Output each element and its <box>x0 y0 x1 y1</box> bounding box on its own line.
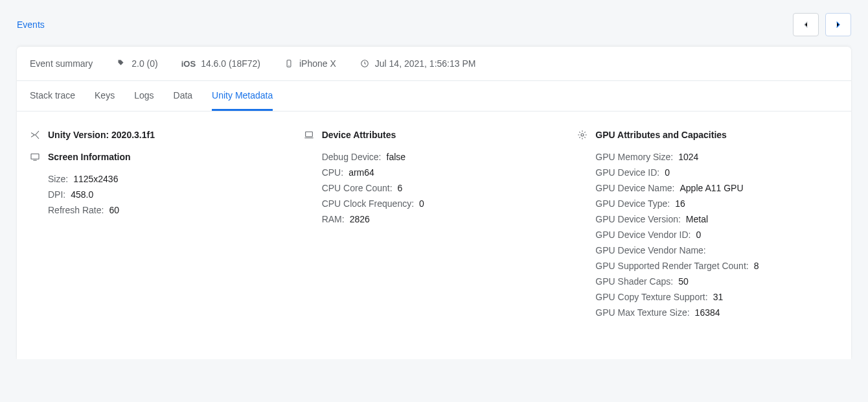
gpu-shader-value: 50 <box>678 274 689 289</box>
clock-icon <box>360 59 370 68</box>
screen-info-heading: Screen Information <box>30 152 291 162</box>
app-version-value: 2.0 (0) <box>131 58 157 69</box>
event-card: Event summary 2.0 (0) iOS 14.6.0 (18F72)… <box>17 47 851 359</box>
gpu-devname-value: Apple A11 GPU <box>680 180 744 196</box>
col-screen: Unity Version: 2020.3.1f1 Screen Informa… <box>30 130 291 320</box>
gpu-copytex-value: 31 <box>713 289 724 305</box>
gpu-rtc-value: 8 <box>754 258 759 274</box>
dpi-value: 458.0 <box>71 187 93 202</box>
cpu-value: arm64 <box>348 165 374 180</box>
event-summary-row: Event summary 2.0 (0) iOS 14.6.0 (18F72)… <box>17 47 851 81</box>
pager-nav <box>793 13 851 36</box>
gpu-devtype-key: GPU Device Type: <box>595 196 670 211</box>
unity-icon <box>30 130 40 140</box>
gpu-devid-key: GPU Device ID: <box>595 165 659 180</box>
chevron-right-icon <box>833 19 843 30</box>
gpu-maxtex-key: GPU Max Texture Size: <box>595 305 689 320</box>
gpu-maxtex-value: 16384 <box>695 305 720 320</box>
unity-version-heading: Unity Version: 2020.3.1f1 <box>30 130 291 140</box>
screen-info-label: Screen Information <box>48 152 131 162</box>
gpu-rtc-key: GPU Supported Render Target Count: <box>595 258 748 274</box>
gpu-mem-key: GPU Memory Size: <box>595 149 673 165</box>
gpu-vendname-key: GPU Device Vendor Name: <box>595 242 705 258</box>
ram-value: 2826 <box>350 211 370 227</box>
gpu-devver-key: GPU Device Version: <box>595 211 681 227</box>
device-chip: iPhone X <box>284 58 336 69</box>
mobile-icon <box>284 59 294 68</box>
clock-key: CPU Clock Frequency: <box>322 196 414 211</box>
timestamp-chip: Jul 14, 2021, 1:56:13 PM <box>360 58 476 69</box>
clock-value: 0 <box>419 196 424 211</box>
cpu-key: CPU: <box>322 165 343 180</box>
tab-logs[interactable]: Logs <box>134 81 154 111</box>
tab-data[interactable]: Data <box>174 81 193 111</box>
gpu-vendid-value: 0 <box>696 227 701 242</box>
laptop-icon <box>304 130 314 140</box>
event-summary-label: Event summary <box>30 58 93 69</box>
col-gpu: GPU Attributes and Capacities GPU Memory… <box>577 130 838 320</box>
gpu-attrs-heading: GPU Attributes and Capacities <box>577 130 838 140</box>
col-device: Device Attributes Debug Device:false CPU… <box>304 130 565 320</box>
debug-key: Debug Device: <box>322 149 382 165</box>
chip-icon <box>577 130 588 140</box>
os-chip: iOS 14.6.0 (18F72) <box>181 58 260 69</box>
gpu-attrs-label: GPU Attributes and Capacities <box>595 130 727 140</box>
page-title[interactable]: Events <box>17 19 45 30</box>
device-model-value: iPhone X <box>299 58 336 69</box>
device-attrs-label: Device Attributes <box>322 130 396 140</box>
prev-event-button[interactable] <box>793 13 819 36</box>
svg-rect-3 <box>31 154 39 159</box>
gpu-copytex-key: GPU Copy Texture Support: <box>595 289 707 305</box>
tag-icon <box>116 58 126 69</box>
event-tabs: Stack trace Keys Logs Data Unity Metadat… <box>17 81 851 112</box>
tab-stack-trace[interactable]: Stack trace <box>30 81 75 111</box>
ram-key: RAM: <box>322 211 345 227</box>
cores-key: CPU Core Count: <box>322 180 393 196</box>
gpu-devtype-value: 16 <box>675 196 685 211</box>
svg-rect-5 <box>305 132 312 136</box>
gpu-devver-value: Metal <box>686 211 708 227</box>
device-attrs-heading: Device Attributes <box>304 130 565 140</box>
refresh-key: Refresh Rate: <box>48 202 104 218</box>
timestamp-value: Jul 14, 2021, 1:56:13 PM <box>375 58 476 69</box>
debug-value: false <box>387 149 406 165</box>
gpu-devid-value: 0 <box>665 165 670 180</box>
unity-metadata-content: Unity Version: 2020.3.1f1 Screen Informa… <box>17 112 851 359</box>
tab-unity-metadata[interactable]: Unity Metadata <box>212 81 273 111</box>
unity-version-label: Unity Version: 2020.3.1f1 <box>48 130 155 140</box>
chevron-left-icon <box>801 19 811 30</box>
gpu-shader-key: GPU Shader Caps: <box>595 274 673 289</box>
tab-keys[interactable]: Keys <box>95 81 115 111</box>
size-value: 1125x2436 <box>73 171 118 187</box>
os-version-value: 14.6.0 (18F72) <box>201 58 260 69</box>
size-key: Size: <box>48 171 68 187</box>
app-version-chip: 2.0 (0) <box>116 58 157 69</box>
dpi-key: DPI: <box>48 187 65 202</box>
gpu-devname-key: GPU Device Name: <box>595 180 674 196</box>
gpu-vendid-key: GPU Device Vendor ID: <box>595 227 691 242</box>
ios-icon: iOS <box>181 59 196 69</box>
gpu-mem-value: 1024 <box>678 149 698 165</box>
cores-value: 6 <box>398 180 403 196</box>
svg-point-7 <box>581 134 584 136</box>
refresh-value: 60 <box>109 202 119 218</box>
monitor-icon <box>30 152 40 162</box>
next-event-button[interactable] <box>825 13 851 36</box>
